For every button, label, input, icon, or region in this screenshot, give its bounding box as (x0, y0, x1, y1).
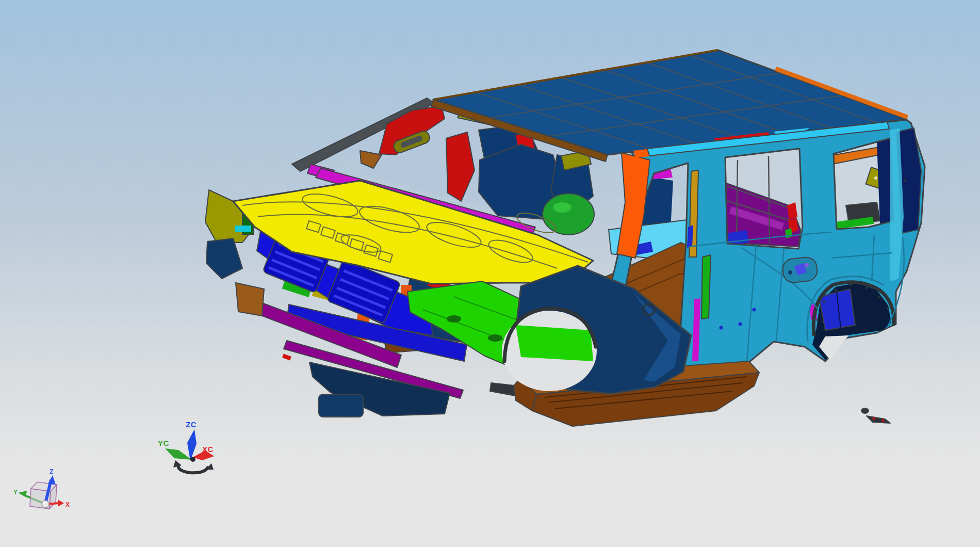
view-z-arrowhead (48, 475, 56, 485)
loose-bracket[interactable] (867, 416, 890, 423)
tow-step[interactable] (319, 394, 363, 417)
view-triad[interactable]: Z Y X (13, 468, 70, 509)
wcs-zc-label: ZC (186, 420, 197, 429)
wcs-rotation-arrow-2[interactable] (205, 463, 214, 470)
view-y-arrowhead (18, 491, 27, 497)
b-pillar-green-strip[interactable] (701, 255, 711, 319)
floor-hole-2 (488, 334, 502, 342)
view-z-label: Z (50, 468, 53, 475)
wcs-rotation-arrow-1[interactable] (173, 460, 182, 468)
fender-tip-lower[interactable] (206, 238, 242, 279)
view-y-label: Y (13, 489, 18, 496)
front-clip[interactable] (205, 181, 691, 417)
wcs-rotation-ring[interactable] (178, 463, 208, 473)
bumper-red-chip[interactable] (282, 354, 291, 361)
fender-cyan-chip[interactable] (235, 226, 251, 232)
wcs-xc-label: XC (202, 445, 214, 454)
view-origin-sphere[interactable] (42, 501, 49, 508)
view-x-label: X (66, 501, 70, 508)
loose-clip[interactable] (861, 408, 869, 413)
dome-highlight (553, 202, 571, 213)
view-x-arrowhead (58, 500, 64, 507)
floor-through-arch (516, 325, 593, 361)
shock-tower-dome[interactable] (543, 194, 594, 235)
loose-bracket-dot-1 (873, 417, 875, 420)
wcs-yc-axis[interactable] (165, 448, 192, 460)
loose-bracket-dot-2 (882, 420, 885, 422)
floor-hole-1 (447, 315, 461, 323)
view-origin-highlight (43, 502, 46, 504)
loose-parts[interactable] (861, 408, 890, 423)
bumper-bracket[interactable] (236, 283, 264, 316)
wcs-triad[interactable]: ZC YC XC (158, 420, 214, 473)
wcs-yc-label: YC (158, 439, 169, 447)
cad-3d-viewport[interactable]: ZC YC XC Z Y X (0, 0, 980, 547)
wcs-origin[interactable] (190, 457, 195, 462)
door-handle-recess[interactable] (782, 256, 818, 284)
model-canvas[interactable]: ZC YC XC Z Y X (0, 0, 980, 547)
